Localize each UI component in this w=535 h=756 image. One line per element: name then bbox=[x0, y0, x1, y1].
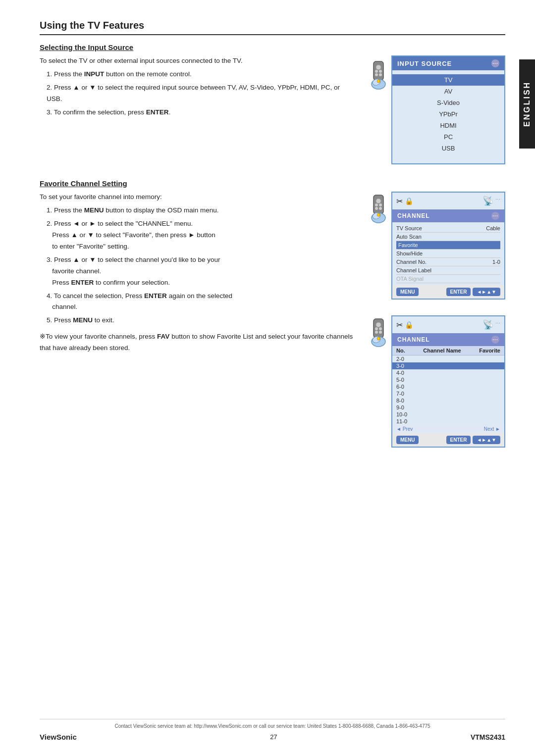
channel-list-dots: ··· bbox=[491, 336, 499, 344]
channel-list-header: CHANNEL ··· bbox=[392, 333, 504, 346]
channel-list-menu-button[interactable]: MENU bbox=[396, 436, 419, 444]
channel-list-item-110[interactable]: 11-0 bbox=[392, 418, 504, 425]
input-source-header: INPUT SOURCE ··· bbox=[392, 56, 504, 70]
channel-row-favorite[interactable]: Favorite bbox=[396, 241, 500, 250]
channel-row-tvsource: TV SourceCable bbox=[396, 224, 500, 233]
favorite-intro: To set your favorite channel into memory… bbox=[40, 192, 355, 203]
channel-left-icons: ✂ 🔒 bbox=[396, 197, 413, 206]
scissors-icon: ✂ bbox=[396, 197, 403, 206]
remote-control-icon-3 bbox=[370, 318, 387, 348]
svg-point-8 bbox=[377, 80, 380, 83]
menu-item-tv[interactable]: TV bbox=[392, 74, 504, 86]
menu-item-svideo[interactable]: S-Video bbox=[392, 97, 504, 108]
favorite-section: Favorite Channel Setting To set your fav… bbox=[40, 179, 505, 448]
next-nav[interactable]: Next ► bbox=[484, 426, 500, 432]
channel-list-item-90[interactable]: 9-0 bbox=[392, 404, 504, 411]
input-source-ui-box: INPUT SOURCE ··· TV AV S-Video YPbPr HDM… bbox=[391, 55, 505, 164]
menu-item-pc[interactable]: PC bbox=[392, 131, 504, 143]
svg-point-4 bbox=[375, 73, 378, 76]
channel-list-item-50[interactable]: 5-0 bbox=[392, 376, 504, 383]
channel-list-item-20[interactable]: 2-0 bbox=[392, 355, 504, 362]
english-side-tab: ENGLISH bbox=[519, 59, 535, 149]
svg-point-10 bbox=[376, 199, 381, 203]
svg-point-5 bbox=[379, 73, 382, 76]
channel-top-icons: ✂ 🔒 📡 ··· bbox=[392, 193, 504, 209]
footer-brand: ViewSonic bbox=[40, 733, 77, 741]
menu-item-usb[interactable]: USB bbox=[392, 143, 504, 154]
channel-list-item-80[interactable]: 8-0 bbox=[392, 397, 504, 404]
page-container: ENGLISH Using the TV Features Selecting … bbox=[0, 0, 535, 756]
svg-point-2 bbox=[375, 70, 378, 73]
satellite-icon: 📡 bbox=[482, 196, 493, 206]
dots-icon: ··· bbox=[491, 59, 499, 67]
channel-list-footer: MENU ENTER ◄►▲▼ bbox=[392, 433, 504, 447]
svg-point-11 bbox=[375, 203, 378, 206]
channel-list-nav: ◄ Prev Next ► bbox=[392, 425, 504, 433]
channel-list-item-70[interactable]: 7-0 bbox=[392, 390, 504, 397]
dots-icon-3: ··· bbox=[495, 319, 500, 330]
channel-list-box: ✂ 🔒 📡 ··· CHANNEL ··· bbox=[391, 315, 505, 448]
svg-rect-9 bbox=[374, 195, 383, 214]
fav-step-4: 4. To cancel the selection, Press ENTER … bbox=[47, 291, 355, 313]
arrows-nav-button[interactable]: ◄►▲▼ bbox=[473, 288, 500, 296]
svg-point-21 bbox=[379, 327, 382, 330]
channel-dots-icon: ··· bbox=[491, 212, 499, 220]
page-footer: Contact ViewSonic service team at: http:… bbox=[40, 719, 505, 741]
channel-menu-box: ✂ 🔒 📡 ··· CHANNEL ··· bbox=[391, 192, 505, 300]
svg-point-26 bbox=[377, 337, 380, 340]
prev-nav[interactable]: ◄ Prev bbox=[396, 426, 413, 432]
input-source-intro: To select the TV or other external input… bbox=[40, 55, 355, 67]
channel-list-arrows-button[interactable]: ◄►▲▼ bbox=[473, 436, 500, 444]
channel-row-showhide: Show/Hide bbox=[396, 250, 500, 258]
favorite-note: ※To view your favorite channels, press F… bbox=[40, 331, 355, 354]
svg-point-19 bbox=[376, 322, 381, 327]
menu-item-ypbpr[interactable]: YPbPr bbox=[392, 108, 504, 120]
favorite-text: To set your favorite channel into memory… bbox=[40, 192, 355, 448]
enter-nav-button[interactable]: ENTER bbox=[446, 288, 471, 296]
footer-model: VTMS2431 bbox=[471, 733, 505, 741]
svg-point-14 bbox=[379, 207, 382, 210]
favorite-content-row: To set your favorite channel into memory… bbox=[40, 192, 505, 448]
scissors-icon-2: ✂ bbox=[396, 320, 403, 330]
svg-point-1 bbox=[376, 65, 381, 70]
channel-row-otasignal: OTA Signal bbox=[396, 275, 500, 283]
favorite-title: Favorite Channel Setting bbox=[40, 179, 505, 188]
step-1: 1. Press the INPUT button on the remote … bbox=[47, 69, 355, 80]
step-2: 2. Press ▲ or ▼ to select the required i… bbox=[47, 82, 355, 105]
svg-point-12 bbox=[379, 203, 382, 206]
svg-point-23 bbox=[379, 331, 382, 334]
svg-rect-18 bbox=[374, 319, 383, 338]
input-source-text: To select the TV or other external input… bbox=[40, 55, 355, 164]
channel-row-channellabel: Channel Label bbox=[396, 266, 500, 275]
dots-icon-2: ··· bbox=[495, 196, 500, 206]
channel-header-1: CHANNEL ··· bbox=[392, 209, 504, 222]
svg-point-22 bbox=[375, 331, 378, 334]
svg-point-3 bbox=[379, 70, 382, 73]
menu-item-hdmi[interactable]: HDMI bbox=[392, 120, 504, 131]
favorite-steps: 1. Press the MENU button to display the … bbox=[40, 205, 355, 326]
step-3: 3. To confirm the selection, press ENTER… bbox=[47, 107, 355, 118]
menu-item-av[interactable]: AV bbox=[392, 86, 504, 97]
channel-row-autoscan: Auto Scan bbox=[396, 233, 500, 241]
right-panels: ✂ 🔒 📡 ··· CHANNEL ··· bbox=[370, 192, 505, 448]
channel-list-enter-button[interactable]: ENTER bbox=[446, 436, 471, 444]
channel-list-item-100[interactable]: 10-0 bbox=[392, 411, 504, 418]
channel-list-top-icons: ✂ 🔒 📡 ··· bbox=[392, 316, 504, 333]
svg-point-20 bbox=[375, 327, 378, 330]
menu-nav-button[interactable]: MENU bbox=[396, 288, 419, 296]
fav-step-5: 5. Press MENU to exit. bbox=[47, 315, 355, 326]
channel-list-item-60[interactable]: 6-0 bbox=[392, 383, 504, 390]
channel-list-item-40[interactable]: 4-0 bbox=[392, 369, 504, 376]
footer-bottom: ViewSonic 27 VTMS2431 bbox=[40, 733, 505, 741]
channel-row-channelno: Channel No.1-0 bbox=[396, 258, 500, 266]
fav-step-2: 2. Press ◄ or ► to select the "CHANNEL" … bbox=[47, 218, 355, 252]
channel-list-col-headers: No. Channel Name Favorite bbox=[392, 346, 504, 355]
channel-list-item-30[interactable]: 3-0 bbox=[392, 362, 504, 369]
header-icons: ··· bbox=[491, 59, 499, 67]
fav-step-3: 3. Press ▲ or ▼ to select the channel yo… bbox=[47, 254, 355, 289]
footer-contact: Contact ViewSonic service team at: http:… bbox=[40, 723, 505, 729]
channel-list-left-icons: ✂ 🔒 bbox=[396, 320, 413, 330]
footer-page-number: 27 bbox=[270, 733, 277, 741]
lock-icon: 🔒 bbox=[405, 197, 413, 205]
remote-control-icon-2 bbox=[370, 194, 387, 224]
